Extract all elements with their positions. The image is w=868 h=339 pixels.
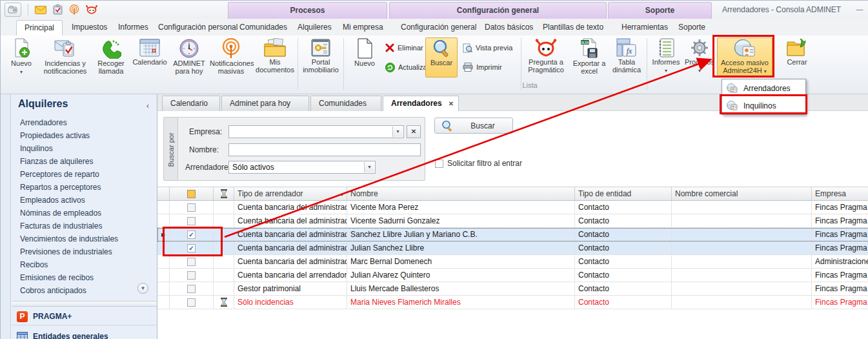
checkbox-column-header[interactable] [170,187,214,200]
tab-alquileres[interactable]: Alquileres [290,20,339,36]
sidebar-item[interactable]: Arrendadores [12,116,157,129]
broadcast-icon[interactable] [69,5,79,15]
sidebar-item[interactable]: Recibos [12,258,157,271]
tasks-clipboard-icon[interactable] [53,5,63,15]
menu-item-arrendadores[interactable]: Arrendadores [722,79,805,97]
row-checkbox[interactable] [187,285,196,293]
button-label: Tabla dinámica [612,58,641,74]
collapse-chevron-icon[interactable]: ‹ [146,101,149,110]
row-checkbox[interactable] [187,298,196,307]
scroll-down-button[interactable]: ▼ [137,283,148,294]
table-row[interactable]: Cuenta bancaria del administradorMarc Be… [157,255,868,269]
sidebar-section-entidades[interactable]: Entidades generales [12,329,157,339]
sidebar-item[interactable]: Inquilinos [12,142,157,155]
menu-item-inquilinos[interactable]: Inquilinos [722,97,805,114]
combo-arrow-icon[interactable]: ▼ [392,127,403,137]
tabla-dinamica-button[interactable]: fx Tabla dinámica [609,37,645,79]
arrendadores-combo[interactable]: Sólo activos ▼ [228,161,376,174]
sidebar-item[interactable]: Repartos a perceptores [12,181,157,194]
tab-principal[interactable]: Principal [16,20,63,36]
tab-comunidades[interactable]: Comunidades [232,20,295,36]
sidebar-section-pragma[interactable]: P PRAGMA+ [12,309,157,324]
tab-soporte[interactable]: Soporte [671,20,713,36]
row-checkbox[interactable] [187,203,196,212]
tab-impuestos[interactable]: Impuestos [64,20,115,36]
tab-mi-empresa[interactable]: Mi empresa [335,20,391,36]
vista-previa-button[interactable]: Vista previa [463,41,522,55]
nuevo-lista-button[interactable]: Nuevo [348,37,381,79]
column-header-comercial[interactable]: Nombre comercial [672,187,812,200]
buscar-filter-button[interactable]: Buscar [434,118,513,134]
recoger-llamada-button[interactable]: Recoger llamada [92,37,130,79]
table-row[interactable]: Gestor patrimonialLluis Mercade Balleste… [157,282,868,296]
incidents-column-header[interactable] [214,187,234,200]
row-checkbox[interactable]: ✓ [187,244,196,252]
column-header-tipo[interactable]: Tipo de arrendador▲ [234,187,347,200]
grid-cell [672,296,812,309]
table-row[interactable]: Cuenta bancaria del administradorVicente… [157,214,868,228]
table-row[interactable]: Cuenta bancaria del administradorVicente… [157,201,868,214]
notificaciones-masivas-button[interactable]: Notificaciones masivas [210,37,252,79]
pregunta-pragmatico-button[interactable]: Pregunta a Pragmático [523,37,569,79]
tab-plantillas-texto[interactable]: Plantillas de texto [535,20,611,36]
acceso-masivo-button[interactable]: Acceso masivoAdminet24H ▾ [717,37,772,77]
minimize-button[interactable]: — [855,6,864,14]
filter-group-label: Buscar por [167,127,175,172]
document-tab[interactable]: Calendario [162,96,220,111]
sidebar-item[interactable]: Fianzas de alquileres [12,155,157,168]
document-tab[interactable]: Comunidades [310,96,381,111]
tab-datos-basicos[interactable]: Datos básicos [477,20,541,36]
adminet-para-hoy-button[interactable]: ADMINET para hoy [170,37,208,79]
pragmatico-robot-icon[interactable] [86,5,97,15]
table-row[interactable]: Cuenta bancaria del arrendadorJulian Alv… [157,269,868,282]
button-label: Recoger llamada [97,59,125,75]
portal-inmobiliario-button[interactable]: Portal inmobiliario [300,37,341,79]
procesos-button[interactable]: Procesos▾ [683,37,716,79]
table-icon [17,332,28,339]
mail-icon[interactable] [35,6,46,14]
row-checkbox[interactable] [187,258,196,266]
document-tab[interactable]: Adminet para hoy [221,96,309,111]
imprimir-button[interactable]: Imprimir [463,60,522,74]
sidebar-item[interactable]: Cobros anticipados [12,284,157,297]
incidencias-button[interactable]: Incidencias y notificaciones [39,37,91,79]
sidebar-item[interactable]: Perceptores de reparto [12,168,157,181]
row-checkbox[interactable]: ✓ [187,231,196,239]
column-header-empresa[interactable]: Empresa [812,187,868,200]
sidebar-splitter[interactable] [12,301,157,307]
column-label: Tipo de entidad [578,189,631,198]
mis-documentos-button[interactable]: Mis documentos [254,37,296,79]
column-header-nombre[interactable]: Nombre [347,187,575,200]
sidebar-item[interactable]: Vencimientos de industriales [12,232,157,245]
buscar-button[interactable]: Buscar [425,37,458,77]
app-menu-button[interactable] [5,3,21,17]
sidebar-item[interactable]: Emisiones de recibos [12,271,157,284]
combo-arrow-icon[interactable]: ▼ [364,162,374,172]
empresa-combo[interactable]: ▼ [228,125,404,138]
sidebar-item[interactable]: Nóminas de empleados [12,207,157,220]
document-tab[interactable]: Arrendadores✕ [383,96,459,111]
cerrar-button[interactable]: Cerrar [779,37,815,79]
sidebar-item[interactable]: Previsiones de industriales [12,245,157,258]
table-row[interactable]: Sólo incidenciasMaria Nieves Flamerich M… [157,296,868,309]
close-tab-icon[interactable]: ✕ [449,100,454,107]
nombre-input[interactable] [228,143,421,156]
select-all-checkbox[interactable] [187,190,196,198]
tab-configuracion-general[interactable]: Configuración general [393,20,484,36]
nuevo-button[interactable]: Nuevo▾ [5,37,38,79]
solicitar-filtro-checkbox[interactable] [435,159,443,168]
sidebar-item[interactable]: Empleados activos [12,194,157,207]
tab-herramientas[interactable]: Herramientas [614,20,676,36]
tab-informes[interactable]: Informes [110,20,156,36]
informes-button[interactable]: Informes▾ [650,37,682,79]
row-checkbox[interactable] [187,217,196,225]
table-row[interactable]: ▶✓Cuenta bancaria del administradorSanch… [157,228,868,241]
sidebar-item[interactable]: Facturas de industriales [12,220,157,232]
sidebar-item[interactable]: Propiedades activas [12,129,157,142]
table-row[interactable]: ✓Cuenta bancaria del administradorJulian… [157,241,868,255]
exportar-excel-button[interactable]: XLSX Exportar a excel [571,37,607,79]
row-checkbox[interactable] [187,271,196,280]
clear-filter-button[interactable]: ✕ [407,125,421,138]
calendario-button[interactable]: Calendario [131,37,168,79]
column-header-entidad[interactable]: Tipo de entidad [575,187,672,200]
